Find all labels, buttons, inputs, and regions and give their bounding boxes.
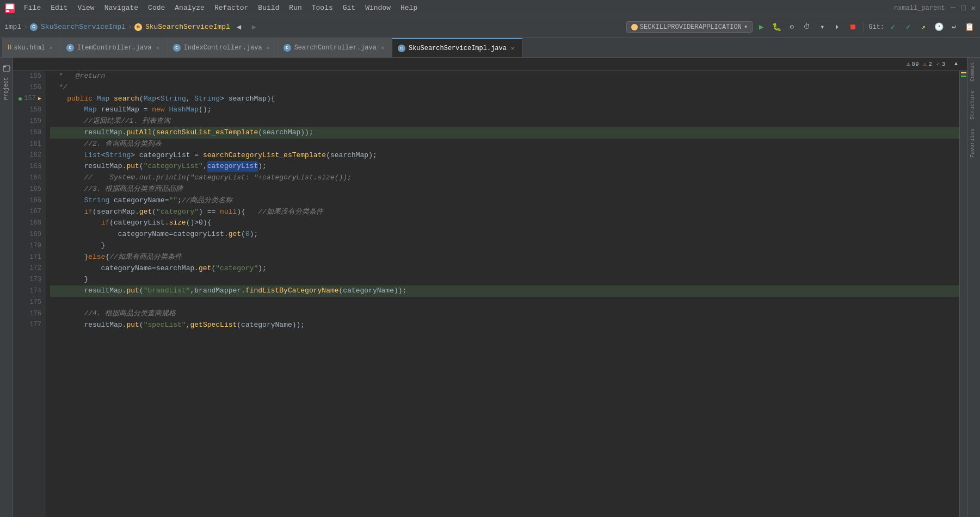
line-num-160: 160 (17, 127, 41, 139)
line-num-166: 166 (17, 195, 41, 207)
tab-sku-html[interactable]: H sku.html ✕ (2, 38, 61, 58)
code-line-156: */ (50, 82, 959, 94)
code-line-160: resultMap.putAll(searchSkuList_esTemplat… (50, 127, 959, 139)
coverage-button[interactable]: ⚙ (785, 21, 798, 34)
error-count: 2 (928, 61, 932, 67)
minimize-button[interactable]: ─ (951, 3, 956, 13)
warning-triangle-icon: ⚠ (907, 60, 910, 67)
right-indicator-panel (959, 71, 967, 517)
code-line-176: //4. 根据商品分类查商规格 (50, 308, 959, 320)
profile-button[interactable]: ⏱ (800, 21, 813, 34)
run-config-icon (631, 24, 638, 30)
step-over-button[interactable]: ⏵ (831, 21, 844, 34)
tab-icon-search: C (283, 44, 291, 52)
code-line-167: if(searchMap.get("category") == null){ /… (50, 207, 959, 218)
code-line-163: resultMap.put("categoryList",categoryLis… (50, 161, 959, 172)
tab-indexcontroller[interactable]: C IndexController.java ✕ (168, 38, 278, 58)
line-num-159: 159 (17, 116, 41, 127)
svg-rect-2 (6, 10, 9, 12)
code-line-157: public Map search(Map<String, String> se… (50, 94, 959, 105)
tab-icon-sku: H (8, 44, 11, 52)
warnings-bar: ⚠ 89 ⚠ 2 ✓ 3 ▲ (13, 58, 967, 71)
line-num-164: 164 (17, 172, 41, 184)
tab-close-search[interactable]: ✕ (379, 44, 386, 52)
line-num-167: 167 (17, 207, 41, 218)
menu-file[interactable]: File (20, 3, 45, 13)
menu-tools[interactable]: Tools (307, 3, 337, 13)
line-num-174: 174 (17, 285, 41, 297)
menu-build[interactable]: Build (254, 3, 283, 13)
back-button[interactable]: ◀ (232, 21, 245, 34)
tab-searchcontroller[interactable]: C SearchController.java ✕ (278, 38, 392, 58)
expand-warnings-button[interactable]: ▲ (950, 58, 963, 71)
editor-container: ⚠ 89 ⚠ 2 ✓ 3 ▲ 155 156 157 ▶ (13, 58, 967, 517)
ok-badge[interactable]: ✓ 3 (936, 60, 945, 67)
tab-label-search: SearchController.java (294, 44, 377, 52)
more-run-button[interactable]: ▾ (816, 21, 829, 34)
line-num-177: 177 (17, 320, 41, 331)
menu-code[interactable]: Code (144, 3, 169, 13)
error-badge[interactable]: ⚠ 2 (923, 60, 932, 67)
commit-label[interactable]: Commit (967, 58, 980, 86)
tab-skusearchserviceimpl[interactable]: C SkuSearchServiceImpl.java ✕ (392, 38, 522, 58)
menu-navigate[interactable]: Navigate (100, 3, 143, 13)
git-fetch-button[interactable]: ↗ (917, 21, 930, 34)
git-accept-button[interactable]: ✓ (886, 21, 899, 34)
tab-itemcontroller[interactable]: C ItemController.java ✕ (61, 38, 168, 58)
breadcrumb-impl[interactable]: impl (4, 23, 21, 31)
breadcrumb-class[interactable]: SkuSearchServiceImpl (41, 23, 126, 31)
close-button[interactable]: ✕ (971, 3, 976, 13)
menu-help[interactable]: Help (396, 3, 422, 13)
ok-indicator (961, 76, 966, 77)
svg-rect-1 (6, 4, 14, 9)
code-content[interactable]: * @return */ public Map search(Map<Strin… (46, 71, 959, 517)
project-label[interactable]: Project (3, 77, 9, 100)
run-button[interactable]: ▶ (755, 21, 768, 34)
tab-close-sku[interactable]: ✕ (47, 44, 55, 52)
warning-count: 89 (911, 61, 919, 67)
menu-window[interactable]: Window (361, 3, 395, 13)
sidebar-project-icon[interactable] (0, 62, 13, 75)
code-line-172: categoryName=searchMap.get("category"); (50, 263, 959, 275)
favorites-label[interactable]: Favorites (967, 124, 980, 162)
tab-close-index[interactable]: ✕ (264, 44, 272, 52)
menu-run[interactable]: Run (285, 3, 306, 13)
menu-git[interactable]: Git (338, 3, 360, 13)
menu-analyze[interactable]: Analyze (170, 3, 209, 13)
stop-button[interactable]: ⏹ (846, 21, 859, 34)
line-num-156: 156 (17, 82, 41, 94)
git-history-button[interactable]: 🕐 (932, 21, 945, 34)
git-push-button[interactable]: ✓ (902, 21, 915, 34)
menu-edit[interactable]: Edit (46, 3, 72, 13)
line-num-161: 161 (17, 139, 41, 150)
run-config-label: SECKILLPROVIDERAPPLICATION (640, 23, 742, 31)
tab-icon-item: C (66, 44, 74, 52)
warning-badge[interactable]: ⚠ 89 (907, 60, 919, 67)
line-num-173: 173 (17, 274, 41, 285)
debug-button[interactable]: 🐛 (770, 21, 783, 34)
warning-indicator (961, 72, 966, 73)
maximize-button[interactable]: □ (961, 4, 965, 13)
code-line-165: //3. 根据商品分类查商品品牌 (50, 184, 959, 195)
git-label: Git: (868, 23, 884, 31)
run-config-dropdown-icon: ▾ (744, 23, 748, 31)
breadcrumb-method[interactable]: SkuSearchServiceImpl (145, 23, 230, 31)
forward-button[interactable]: ▶ (248, 21, 261, 34)
menu-refactor[interactable]: Refactor (210, 3, 252, 13)
tab-label-sku: sku.html (14, 44, 45, 52)
structure-label[interactable]: Structure (967, 86, 980, 124)
run-config-selector[interactable]: SECKILLPROVIDERAPPLICATION ▾ (626, 21, 753, 33)
code-line-171: }else{//如果有商品分类条件 (50, 252, 959, 263)
line-num-162: 162 (17, 150, 41, 161)
tab-icon-index: C (173, 44, 181, 52)
code-line-155: * @return (50, 71, 959, 82)
git-undo-button[interactable]: ↩ (947, 21, 960, 34)
tab-close-item[interactable]: ✕ (154, 44, 162, 52)
code-editor[interactable]: 155 156 157 ▶ 158 159 160 161 162 163 16… (13, 71, 967, 517)
tab-icon-skusearch: C (398, 45, 405, 52)
separator1 (864, 22, 864, 33)
git-stash-button[interactable]: 📋 (963, 21, 976, 34)
ok-check-icon: ✓ (936, 60, 940, 67)
menu-view[interactable]: View (73, 3, 98, 13)
tab-close-skusearch[interactable]: ✕ (509, 45, 516, 52)
